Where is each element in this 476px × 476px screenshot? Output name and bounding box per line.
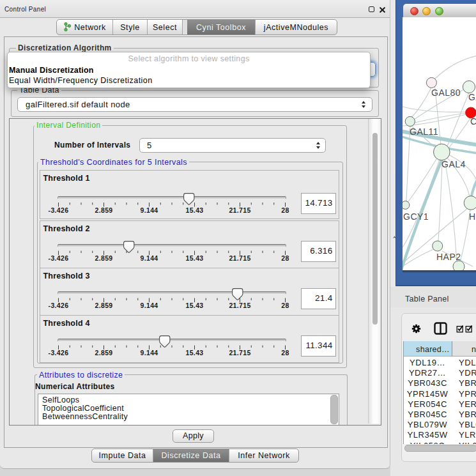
svg-text:HAP2: HAP2 (436, 252, 461, 262)
svg-text:C: C (470, 116, 476, 127)
svg-text:GAL80: GAL80 (431, 88, 461, 98)
svg-text:GA: GA (468, 92, 476, 102)
svg-text:GAL11: GAL11 (410, 127, 438, 137)
svg-text:H: H (469, 211, 476, 222)
svg-text:GCY1: GCY1 (403, 211, 429, 222)
svg-text:GAL4: GAL4 (441, 159, 466, 169)
